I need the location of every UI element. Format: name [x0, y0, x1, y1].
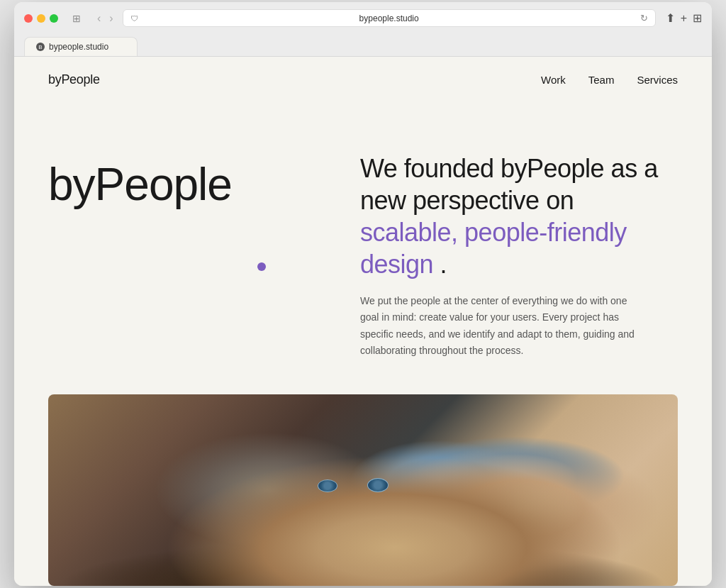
hero-heading-accent: scalable, people-friendly design: [360, 218, 627, 279]
security-icon: 🛡: [130, 14, 138, 23]
nav-link-services[interactable]: Services: [637, 74, 678, 86]
eye-right: [367, 478, 389, 492]
site-logo[interactable]: byPeople: [48, 72, 100, 87]
hero-body-text: We put the people at the center of every…: [360, 293, 644, 358]
hero-heading: We founded byPeople as a new perspective…: [360, 152, 678, 280]
browser-actions: ⬆ + ⊞: [666, 11, 702, 25]
hero-title: byPeople: [48, 160, 318, 209]
nav-link-work[interactable]: Work: [541, 74, 566, 86]
tab-favicon: B: [36, 43, 45, 51]
tab-grid-button[interactable]: ⊞: [693, 11, 702, 25]
sidebar-toggle-button[interactable]: ⊞: [69, 11, 84, 26]
maximize-button[interactable]: [50, 14, 58, 23]
hero-left: byPeople: [48, 145, 318, 209]
hero-photo: [48, 394, 678, 586]
new-tab-button[interactable]: +: [681, 12, 687, 25]
browser-titlebar: ⊞ ‹ › 🛡 ↻ ⬆ + ⊞: [24, 9, 702, 27]
browser-chrome: ⊞ ‹ › 🛡 ↻ ⬆ + ⊞ B bypeople.studio: [14, 2, 712, 57]
nav-link-team[interactable]: Team: [588, 74, 615, 86]
eye-left: [318, 479, 337, 492]
share-button[interactable]: ⬆: [666, 11, 675, 25]
browser-window: ⊞ ‹ › 🛡 ↻ ⬆ + ⊞ B bypeople.studio: [14, 2, 712, 585]
hero-heading-period: .: [440, 250, 447, 279]
nav-arrows: ‹ ›: [94, 11, 117, 26]
nav-links: Work Team Services: [541, 74, 678, 87]
hero-heading-text: We founded byPeople as a new perspective…: [360, 154, 658, 215]
active-tab[interactable]: B bypeople.studio: [24, 37, 138, 56]
hero-dot-decoration: [257, 262, 266, 271]
traffic-lights: [24, 14, 58, 23]
tab-bar: B bypeople.studio: [24, 34, 702, 56]
refresh-button[interactable]: ↻: [640, 13, 648, 23]
site-navigation: byPeople Work Team Services: [14, 57, 712, 103]
back-button[interactable]: ‹: [94, 11, 104, 26]
forward-button[interactable]: ›: [106, 11, 116, 26]
hero-section: byPeople We founded byPeople as a new pe…: [14, 103, 712, 387]
address-bar[interactable]: [143, 13, 636, 23]
tab-title: bypeople.studio: [49, 42, 108, 52]
browser-controls: ⊞: [69, 11, 84, 26]
website-content: byPeople Work Team Services byPeople We …: [14, 57, 712, 585]
photo-overlay: [48, 394, 678, 586]
hero-right: We founded byPeople as a new perspective…: [360, 145, 678, 358]
address-bar-container: 🛡 ↻: [123, 9, 656, 27]
close-button[interactable]: [24, 14, 33, 23]
minimize-button[interactable]: [37, 14, 45, 23]
